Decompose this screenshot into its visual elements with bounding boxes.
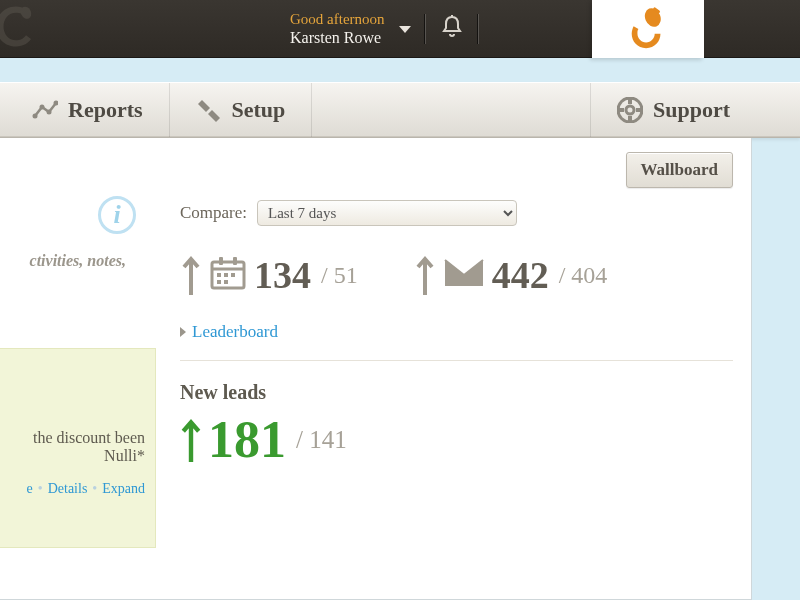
mail-icon xyxy=(444,259,484,291)
stats-panel: Compare: Last 7 days xyxy=(180,200,733,469)
setup-icon xyxy=(196,98,222,122)
svg-rect-10 xyxy=(628,116,632,123)
notifications-button[interactable] xyxy=(440,14,464,44)
new-leads-stat: 181 / 141 xyxy=(180,410,733,469)
note-link-e[interactable]: e xyxy=(27,481,33,496)
new-leads-heading: New leads xyxy=(180,381,733,404)
compare-select[interactable]: Last 7 days xyxy=(257,200,517,226)
note-link-expand[interactable]: Expand xyxy=(102,481,145,496)
info-icon[interactable]: i xyxy=(98,196,136,234)
new-leads-value: 181 xyxy=(208,410,286,469)
left-hint-text: ctivities, notes, xyxy=(30,252,126,270)
username-text: Karsten Rowe xyxy=(290,28,385,47)
arrow-up-icon xyxy=(414,252,436,298)
svg-rect-18 xyxy=(224,273,228,277)
compare-row: Compare: Last 7 days xyxy=(180,200,733,226)
note-line1: the discount been xyxy=(33,429,145,446)
caret-right-icon xyxy=(180,327,186,337)
stats-row: 134 / 51 442 / 404 xyxy=(180,252,733,298)
chevron-down-icon xyxy=(399,26,411,33)
stat-calendar-value: 134 xyxy=(254,253,311,297)
note-author: Nulli* xyxy=(104,447,145,464)
compare-label: Compare: xyxy=(180,203,247,223)
svg-rect-17 xyxy=(217,273,221,277)
arrow-up-icon xyxy=(180,417,202,463)
left-panel: i ctivities, notes, the discount been Nu… xyxy=(0,200,160,600)
svg-rect-15 xyxy=(219,257,223,265)
svg-rect-11 xyxy=(617,108,624,112)
leaderboard-toggle[interactable]: Leaderboard xyxy=(180,322,733,342)
top-bar: Good afternoon Karsten Rowe xyxy=(0,0,800,58)
app-logo-corner xyxy=(0,0,40,53)
stat-calendar-compare: / 51 xyxy=(321,262,358,289)
svg-point-8 xyxy=(626,106,634,114)
nav-reports-label: Reports xyxy=(68,97,143,123)
new-leads-compare: / 141 xyxy=(296,426,347,454)
divider xyxy=(180,360,733,361)
stat-mail-compare: / 404 xyxy=(559,262,608,289)
content-area: Wallboard i ctivities, notes, the discou… xyxy=(0,138,752,600)
nav-support-label: Support xyxy=(653,97,730,123)
user-menu[interactable]: Good afternoon Karsten Rowe xyxy=(290,10,411,47)
note-link-details[interactable]: Details xyxy=(48,481,88,496)
calendar-icon xyxy=(210,256,246,294)
nav-setup[interactable]: Setup xyxy=(170,83,313,137)
svg-point-2 xyxy=(642,6,663,29)
svg-rect-20 xyxy=(217,280,221,284)
greeting-text: Good afternoon xyxy=(290,10,385,28)
divider xyxy=(478,14,479,44)
content-toolbar: Wallboard xyxy=(0,138,751,198)
svg-rect-19 xyxy=(231,273,235,277)
nav-support[interactable]: Support xyxy=(590,83,756,137)
arrow-up-icon xyxy=(180,252,202,298)
stat-mail-value: 442 xyxy=(492,253,549,297)
svg-rect-16 xyxy=(233,257,237,265)
svg-rect-12 xyxy=(636,108,643,112)
nav-reports[interactable]: Reports xyxy=(20,83,170,137)
brand-logo-tile[interactable] xyxy=(592,0,704,58)
support-icon xyxy=(617,97,643,123)
note-card: the discount been Nulli* e•Details•Expan… xyxy=(0,348,156,548)
stat-calendar: 134 / 51 xyxy=(180,252,358,298)
stat-mail: 442 / 404 xyxy=(414,252,608,298)
nav-setup-label: Setup xyxy=(232,97,286,123)
wallboard-button[interactable]: Wallboard xyxy=(626,152,733,188)
main-nav: Reports Setup Support xyxy=(0,82,800,138)
svg-rect-9 xyxy=(628,97,632,104)
svg-rect-21 xyxy=(224,280,228,284)
divider xyxy=(425,14,426,44)
leaderboard-label: Leaderboard xyxy=(192,322,278,342)
reports-icon xyxy=(32,99,58,121)
